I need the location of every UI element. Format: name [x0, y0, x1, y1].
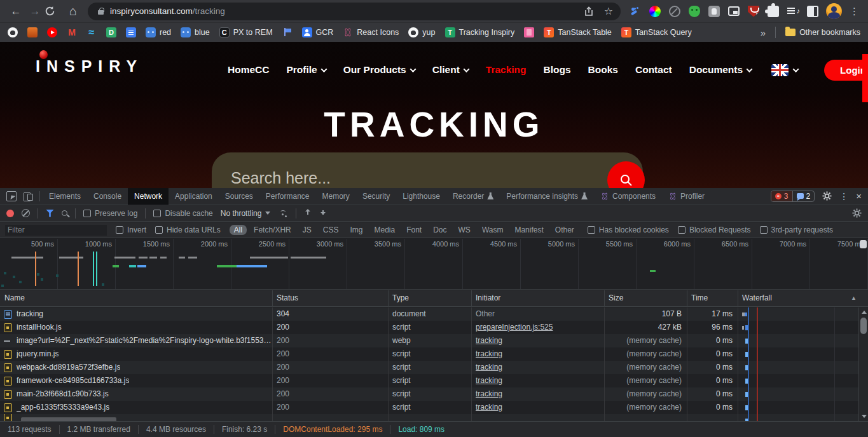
- devtools-tab[interactable]: Network: [128, 188, 169, 205]
- bookmarks-overflow-icon[interactable]: »: [761, 27, 766, 38]
- other-bookmarks[interactable]: Other bookmarks: [785, 28, 860, 37]
- bookmark-item[interactable]: PX to REM: [219, 27, 273, 37]
- extension-icon[interactable]: [728, 6, 740, 16]
- network-search-icon[interactable]: [62, 210, 67, 216]
- preserve-log-checkbox[interactable]: Preserve log: [83, 209, 137, 218]
- nav-item[interactable]: Client: [432, 64, 469, 76]
- language-selector[interactable]: [771, 64, 798, 76]
- scroll-up-icon[interactable]: [862, 311, 867, 314]
- profile-avatar[interactable]: [826, 3, 842, 19]
- nav-item[interactable]: Blogs: [544, 64, 571, 76]
- page-scrollbar-thumb[interactable]: [862, 54, 868, 102]
- devtools-close-icon[interactable]: ×: [856, 191, 862, 201]
- scroll-down-icon[interactable]: [862, 415, 867, 418]
- filter-type-chip[interactable]: JS: [298, 225, 316, 235]
- request-initiator[interactable]: tracking: [476, 389, 502, 398]
- nav-item[interactable]: Books: [588, 64, 618, 76]
- request-initiator[interactable]: tracking: [476, 363, 502, 372]
- filter-type-chip[interactable]: CSS: [319, 225, 343, 235]
- extension-icon[interactable]: [689, 6, 700, 17]
- extension-icon[interactable]: [649, 6, 661, 17]
- device-toolbar-icon[interactable]: [23, 191, 33, 201]
- bookmark-item[interactable]: [8, 27, 18, 37]
- bookmark-item[interactable]: [282, 27, 293, 37]
- login-button[interactable]: Login: [824, 60, 868, 81]
- bookmark-item[interactable]: red: [146, 27, 171, 37]
- bookmark-item[interactable]: [27, 27, 38, 37]
- table-row[interactable]: installHook.js 200 script prepareInjecti…: [0, 321, 868, 334]
- extension-icon[interactable]: [768, 6, 779, 17]
- export-har-icon[interactable]: [319, 209, 327, 217]
- disable-cache-checkbox[interactable]: Disable cache: [153, 209, 212, 218]
- nav-item[interactable]: Contact: [635, 64, 672, 76]
- console-badges[interactable]: ×3 2: [771, 191, 815, 202]
- filter-type-chip[interactable]: WS: [454, 225, 475, 235]
- devtools-tab[interactable]: Elements: [43, 188, 87, 205]
- extension-icon[interactable]: [630, 6, 641, 17]
- filter-type-chip[interactable]: Other: [551, 225, 579, 235]
- hide-data-urls-checkbox[interactable]: Hide data URLs: [155, 225, 221, 234]
- nav-item[interactable]: HomeCC: [228, 64, 269, 76]
- bookmark-item[interactable]: GCR: [302, 27, 334, 37]
- extension-icon[interactable]: [787, 6, 799, 17]
- column-header-size[interactable]: Size: [605, 290, 687, 307]
- filter-type-chip[interactable]: Wasm: [478, 225, 508, 235]
- devtools-tab[interactable]: Performance: [259, 188, 316, 205]
- column-header-status[interactable]: Status: [273, 290, 389, 307]
- search-input[interactable]: [231, 169, 574, 187]
- bookmark-item[interactable]: TanStack Table: [544, 27, 612, 37]
- request-initiator[interactable]: tracking: [476, 376, 502, 385]
- extension-icon[interactable]: [807, 6, 818, 17]
- browser-menu-icon[interactable]: ⋮: [850, 6, 859, 17]
- filter-type-chip[interactable]: Font: [402, 225, 426, 235]
- extension-icon[interactable]: [708, 6, 720, 17]
- filter-type-chip[interactable]: Media: [369, 225, 399, 235]
- request-initiator[interactable]: prepareInjection.js:525: [476, 323, 553, 332]
- site-logo[interactable]: INSPIRY: [36, 57, 143, 76]
- request-initiator[interactable]: tracking: [476, 403, 502, 412]
- import-har-icon[interactable]: [304, 209, 312, 217]
- table-row[interactable]: jquery.min.js 200 script tracking (memor…: [0, 347, 868, 361]
- devtools-tab[interactable]: Memory: [316, 188, 356, 205]
- table-row[interactable]: webpack-dd8919a572f3efbe.js 200 script t…: [0, 361, 868, 374]
- bookmark-item[interactable]: Tracking Inspiry: [445, 27, 515, 37]
- devtools-tab[interactable]: Recorder: [446, 188, 500, 205]
- devtools-tab[interactable]: Performance insights: [500, 188, 594, 205]
- filter-input[interactable]: [5, 225, 107, 236]
- table-row[interactable]: image?url=%2F_next%2Fstatic%2Fmedia%2Fin…: [0, 334, 868, 347]
- devtools-tab[interactable]: Console: [87, 188, 128, 205]
- devtools-tab[interactable]: Components: [594, 188, 662, 205]
- column-header-initiator[interactable]: Initiator: [472, 290, 605, 307]
- table-row[interactable]: tracking 304 document Other 107 B 17 ms: [0, 307, 868, 321]
- devtools-tab[interactable]: Application: [169, 188, 219, 205]
- request-initiator[interactable]: Other: [476, 309, 495, 318]
- reload-icon[interactable]: [45, 6, 64, 17]
- filter-type-chip[interactable]: All: [230, 225, 247, 235]
- devtools-tab[interactable]: Security: [356, 188, 396, 205]
- bookmark-star-icon[interactable]: ☆: [604, 5, 613, 17]
- devtools-menu-icon[interactable]: ⋮: [839, 191, 848, 201]
- third-party-requests-checkbox[interactable]: 3rd-party requests: [760, 225, 833, 234]
- bookmark-item[interactable]: [67, 27, 77, 37]
- table-row[interactable]: main-2b3f668d1c90b733.js 200 script trac…: [0, 387, 868, 401]
- column-header-waterfall[interactable]: Waterfall▲: [738, 290, 868, 307]
- throttling-dropdown[interactable]: No throttling: [221, 209, 271, 218]
- table-row[interactable]: framework-ce84985cd166733a.js 200 script…: [0, 374, 868, 387]
- network-conditions-icon[interactable]: [278, 210, 288, 217]
- column-header-name[interactable]: Name: [0, 290, 273, 307]
- bookmark-item[interactable]: blue: [181, 27, 210, 37]
- bookmark-item[interactable]: TanStack Query: [621, 27, 692, 37]
- filter-type-chip[interactable]: Manifest: [510, 225, 548, 235]
- lock-icon[interactable]: [98, 10, 104, 15]
- blocked-requests-checkbox[interactable]: Blocked Requests: [678, 225, 751, 234]
- network-settings-gear-icon[interactable]: [852, 208, 862, 218]
- table-row[interactable]: _app-61335f35333a9e43.js 200 script trac…: [0, 401, 868, 414]
- home-icon[interactable]: ⌂: [64, 4, 83, 18]
- timeline-scrollbar-thumb[interactable]: [860, 240, 867, 248]
- record-icon[interactable]: [6, 210, 14, 217]
- has-blocked-cookies-checkbox[interactable]: Has blocked cookies: [588, 225, 669, 234]
- bookmark-item[interactable]: React Icons: [343, 27, 399, 37]
- bookmark-item[interactable]: [47, 27, 57, 37]
- inspect-element-icon[interactable]: [6, 191, 17, 201]
- filter-type-chip[interactable]: Fetch/XHR: [249, 225, 296, 235]
